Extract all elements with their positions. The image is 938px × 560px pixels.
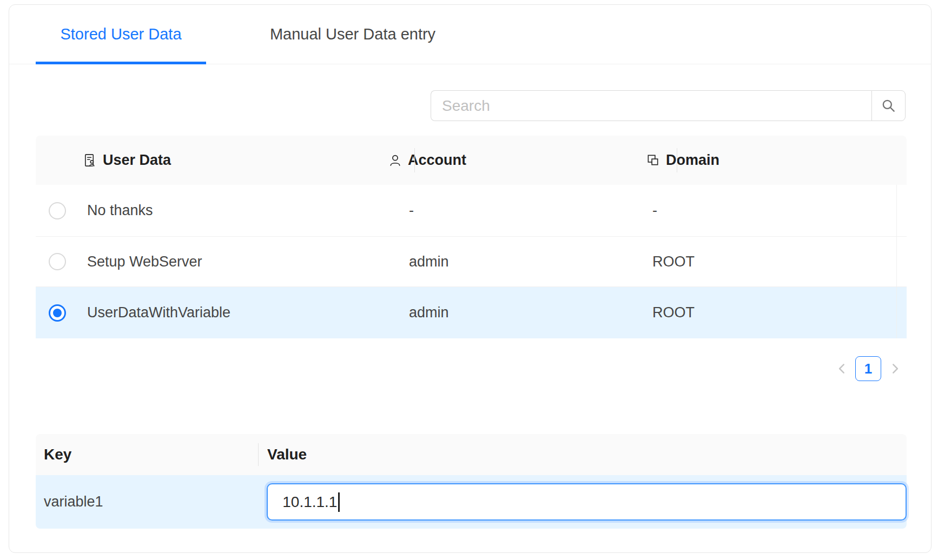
cell-account: admin	[379, 304, 642, 321]
column-divider	[677, 148, 677, 172]
tab-stored-user-data[interactable]: Stored User Data	[36, 5, 206, 63]
user-data-panel: Stored User Data Manual User Data entry	[9, 4, 932, 553]
chevron-left-icon	[835, 362, 849, 376]
column-header-account: Account	[379, 136, 642, 185]
variables-table: Key Value variable1 10.1.1.1	[36, 434, 907, 529]
table-row-setup-webserver[interactable]: Setup WebServer admin ROOT	[36, 237, 907, 287]
column-header-value: Value	[258, 446, 307, 463]
search-button[interactable]	[871, 90, 906, 121]
user-data-table: User Data Account	[36, 136, 907, 338]
cell-user-data: Setup WebServer	[79, 254, 379, 270]
variable-key: variable1	[36, 494, 257, 510]
cell-domain: ROOT	[642, 254, 907, 270]
tab-bar: Stored User Data Manual User Data entry	[9, 5, 931, 64]
tab-manual-user-data-entry[interactable]: Manual User Data entry	[250, 5, 455, 63]
text-cursor	[338, 492, 340, 512]
table-header: User Data Account	[36, 136, 907, 185]
pagination-page-1[interactable]: 1	[855, 356, 881, 381]
variable-row: variable1 10.1.1.1	[36, 475, 907, 529]
column-header-key: Key	[36, 446, 258, 463]
variable-value-input[interactable]: 10.1.1.1	[267, 483, 907, 521]
radio-setup-webserver[interactable]	[49, 253, 66, 270]
column-label-user-data: User Data	[103, 152, 171, 169]
page: Stored User Data Manual User Data entry	[0, 0, 938, 560]
column-divider	[258, 443, 259, 466]
user-data-document-icon	[83, 153, 97, 168]
pagination-next-button[interactable]	[888, 362, 902, 376]
pagination-prev-button[interactable]	[835, 362, 849, 376]
column-header-user-data: User Data	[79, 136, 379, 185]
column-header-domain: Domain	[642, 136, 907, 185]
search-icon	[881, 98, 897, 114]
cell-user-data: No thanks	[79, 202, 379, 219]
cell-account: -	[379, 202, 642, 219]
table-row-userdatawithvariable[interactable]: UserDataWithVariable admin ROOT	[36, 287, 907, 338]
cell-domain: -	[642, 202, 907, 219]
column-divider	[414, 148, 415, 172]
column-label-domain: Domain	[666, 152, 719, 169]
domain-blocks-icon	[646, 153, 660, 168]
active-tab-indicator	[36, 62, 206, 64]
cell-user-data: UserDataWithVariable	[79, 304, 379, 321]
search-bar	[431, 90, 906, 121]
variable-value-text: 10.1.1.1	[282, 494, 337, 511]
variables-table-header: Key Value	[36, 434, 907, 475]
table-scrollbar-track	[896, 185, 897, 338]
account-person-icon	[388, 153, 402, 168]
cell-domain: ROOT	[642, 304, 907, 321]
chevron-right-icon	[888, 362, 902, 376]
radio-no-thanks[interactable]	[49, 202, 66, 219]
radio-userdatawithvariable[interactable]	[49, 304, 66, 322]
search-input[interactable]	[431, 90, 871, 121]
cell-account: admin	[379, 254, 642, 270]
column-label-account: Account	[408, 152, 466, 169]
table-row-no-thanks[interactable]: No thanks - -	[36, 185, 907, 237]
